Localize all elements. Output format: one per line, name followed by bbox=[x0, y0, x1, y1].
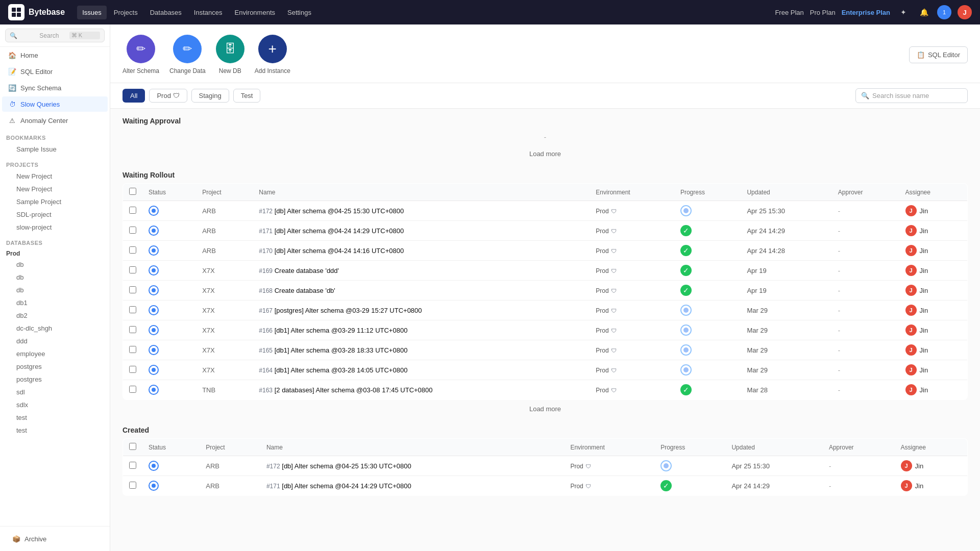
sidebar-item-sdl-project[interactable]: SDL-project bbox=[2, 209, 108, 220]
created-select-all-checkbox[interactable] bbox=[129, 443, 136, 450]
row-checkbox[interactable] bbox=[129, 326, 136, 333]
table-row[interactable]: X7X #164 [db1] Alter schema @03-28 14:05… bbox=[123, 360, 968, 380]
sidebar-db-db1b[interactable]: db1 bbox=[2, 297, 108, 309]
name-cell[interactable]: #165 [db1] Alter schema @03-28 18:33 UTC… bbox=[253, 340, 590, 360]
table-row[interactable]: X7X #167 [postgres] Alter schema @03-29 … bbox=[123, 300, 968, 320]
nav-settings[interactable]: Settings bbox=[282, 6, 316, 19]
table-row[interactable]: ARB #170 [db] Alter schema @04-24 14:16 … bbox=[123, 241, 968, 261]
row-checkbox[interactable] bbox=[129, 462, 136, 469]
name-cell[interactable]: #164 [db1] Alter schema @03-28 14:05 UTC… bbox=[253, 360, 590, 380]
sidebar-item-sync-schema[interactable]: 🔄 Sync Schema bbox=[2, 80, 108, 95]
progress-cell: ✓ bbox=[674, 380, 741, 400]
star-icon[interactable]: ✦ bbox=[896, 5, 911, 19]
sidebar-item-sql-editor[interactable]: 📝 SQL Editor bbox=[2, 64, 108, 79]
sidebar-db-ddd[interactable]: ddd bbox=[2, 335, 108, 347]
enterprise-plan-link[interactable]: Enterprise Plan bbox=[842, 9, 890, 16]
waiting-approval-placeholder: - bbox=[122, 129, 968, 145]
new-db-button[interactable]: 🗄 New DB bbox=[216, 35, 244, 74]
row-checkbox[interactable] bbox=[129, 207, 136, 214]
sidebar-item-sample-project[interactable]: Sample Project bbox=[2, 196, 108, 208]
project-cell: ARB bbox=[196, 201, 253, 221]
select-all-checkbox[interactable] bbox=[129, 188, 136, 195]
filter-prod[interactable]: Prod 🛡 bbox=[149, 89, 187, 103]
progress-cell: ✓ bbox=[674, 261, 741, 281]
waiting-approval-load-more[interactable]: Load more bbox=[122, 145, 968, 163]
table-row[interactable]: X7X #166 [db1] Alter schema @03-29 11:12… bbox=[123, 320, 968, 340]
approver-cell: - bbox=[832, 281, 899, 300]
sidebar-db-db2[interactable]: db bbox=[2, 271, 108, 283]
table-row[interactable]: X7X #168 Create database 'db' Prod 🛡 ✓ A… bbox=[123, 281, 968, 300]
nav-databases[interactable]: Databases bbox=[145, 6, 187, 19]
search-input[interactable]: 🔍 Search ⌘ K bbox=[5, 29, 105, 42]
filter-test[interactable]: Test bbox=[233, 89, 261, 103]
nav-links: Issues Projects Databases Instances Envi… bbox=[77, 6, 316, 19]
row-checkbox[interactable] bbox=[129, 366, 136, 373]
name-cell[interactable]: #163 [2 databases] Alter schema @03-08 1… bbox=[253, 380, 590, 400]
sidebar-item-anomaly-center[interactable]: ⚠ Anomaly Center bbox=[2, 113, 108, 128]
logo[interactable]: Bytebase bbox=[8, 4, 65, 20]
name-cell[interactable]: #170 [db] Alter schema @04-24 14:16 UTC+… bbox=[253, 241, 590, 261]
nav-environments[interactable]: Environments bbox=[230, 6, 280, 19]
change-data-button[interactable]: ✏ Change Data bbox=[169, 35, 206, 74]
row-checkbox[interactable] bbox=[129, 227, 136, 234]
sidebar-item-home[interactable]: 🏠 Home bbox=[2, 47, 108, 63]
row-checkbox[interactable] bbox=[129, 482, 136, 489]
table-row[interactable]: ARB #171 [db] Alter schema @04-24 14:29 … bbox=[123, 221, 968, 241]
name-cell[interactable]: #171 [db] Alter schema @04-24 14:29 UTC+… bbox=[253, 221, 590, 241]
pro-plan-link[interactable]: Pro Plan bbox=[810, 9, 836, 16]
sidebar-item-sample-issue[interactable]: Sample Issue bbox=[2, 143, 108, 155]
sidebar-item-new-project-2[interactable]: New Project bbox=[2, 183, 108, 195]
sidebar-item-new-project-1[interactable]: New Project bbox=[2, 170, 108, 182]
name-cell[interactable]: #169 Create database 'ddd' bbox=[253, 261, 590, 281]
waiting-rollout-load-more[interactable]: Load more bbox=[122, 400, 968, 418]
table-row[interactable]: ARB #172 [db] Alter schema @04-25 15:30 … bbox=[123, 456, 968, 476]
row-checkbox[interactable] bbox=[129, 386, 136, 393]
filter-staging[interactable]: Staging bbox=[191, 89, 229, 103]
row-checkbox[interactable] bbox=[129, 346, 136, 353]
sql-editor-button[interactable]: 📋 SQL Editor bbox=[909, 46, 968, 63]
sidebar-db-sdl[interactable]: sdl bbox=[2, 386, 108, 398]
name-cell[interactable]: #172 [db] Alter schema @04-25 15:30 UTC+… bbox=[253, 201, 590, 221]
sidebar-db-test1[interactable]: test bbox=[2, 412, 108, 423]
nav-projects[interactable]: Projects bbox=[109, 6, 143, 19]
table-row[interactable]: TNB #163 [2 databases] Alter schema @03-… bbox=[123, 380, 968, 400]
table-row[interactable]: X7X #169 Create database 'ddd' Prod 🛡 ✓ … bbox=[123, 261, 968, 281]
table-row[interactable]: ARB #172 [db] Alter schema @04-25 15:30 … bbox=[123, 201, 968, 221]
sidebar-db-db2b[interactable]: db2 bbox=[2, 310, 108, 321]
sidebar-item-slow-queries[interactable]: ⏱ Slow Queries bbox=[2, 96, 108, 112]
user-avatar[interactable]: J bbox=[958, 5, 972, 19]
sidebar-item-slow-project[interactable]: slow-project bbox=[2, 221, 108, 233]
name-cell[interactable]: #166 [db1] Alter schema @03-29 11:12 UTC… bbox=[253, 320, 590, 340]
row-checkbox[interactable] bbox=[129, 266, 136, 273]
row-checkbox[interactable] bbox=[129, 306, 136, 313]
add-instance-button[interactable]: + Add Instance bbox=[255, 35, 290, 74]
sidebar-db-employee[interactable]: employee bbox=[2, 348, 108, 360]
sidebar-db-postgres2[interactable]: postgres bbox=[2, 373, 108, 385]
row-checkbox[interactable] bbox=[129, 246, 136, 254]
notification-icon[interactable]: 🔔 bbox=[917, 5, 931, 19]
table-row[interactable]: ARB #171 [db] Alter schema @04-24 14:29 … bbox=[123, 476, 968, 496]
row-checkbox[interactable] bbox=[129, 286, 136, 293]
sidebar-db-dc[interactable]: dc-dlc_shgh bbox=[2, 322, 108, 334]
free-plan-link[interactable]: Free Plan bbox=[775, 9, 803, 16]
search-issue-input[interactable]: 🔍 Search issue name bbox=[855, 88, 968, 103]
nav-issues[interactable]: Issues bbox=[77, 6, 107, 19]
sidebar-db-test2[interactable]: test bbox=[2, 424, 108, 436]
sidebar-db-postgres1[interactable]: postgres bbox=[2, 361, 108, 372]
sidebar-db-sdlx[interactable]: sdlx bbox=[2, 399, 108, 411]
name-cell[interactable]: #171 [db] Alter schema @04-24 14:29 UTC+… bbox=[260, 476, 564, 496]
created-col-project: Project bbox=[200, 439, 260, 456]
approver-cell: - bbox=[823, 476, 895, 496]
name-cell[interactable]: #168 Create database 'db' bbox=[253, 281, 590, 300]
badge-icon[interactable]: 1 bbox=[937, 5, 951, 19]
sidebar-db-db3[interactable]: db bbox=[2, 284, 108, 296]
assignee-name: Jin bbox=[920, 207, 928, 215]
sidebar-db-db1[interactable]: db bbox=[2, 259, 108, 270]
nav-instances[interactable]: Instances bbox=[189, 6, 228, 19]
filter-all[interactable]: All bbox=[122, 89, 145, 103]
table-row[interactable]: X7X #165 [db1] Alter schema @03-28 18:33… bbox=[123, 340, 968, 360]
name-cell[interactable]: #167 [postgres] Alter schema @03-29 15:2… bbox=[253, 300, 590, 320]
sidebar-item-archive[interactable]: 📦 Archive bbox=[6, 531, 104, 546]
alter-schema-button[interactable]: ✏ Alter Schema bbox=[122, 35, 159, 74]
name-cell[interactable]: #172 [db] Alter schema @04-25 15:30 UTC+… bbox=[260, 456, 564, 476]
